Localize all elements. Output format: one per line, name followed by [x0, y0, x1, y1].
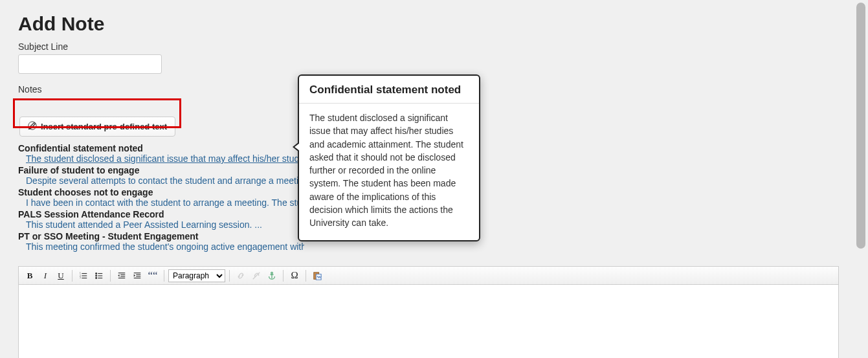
template-preview-link[interactable]: This meeting confirmed the student's ong… — [26, 241, 304, 252]
toolbar-separator — [229, 270, 230, 282]
svg-marker-17 — [118, 274, 119, 276]
tooltip-body: The student disclosed a significant issu… — [299, 104, 479, 240]
toolbar-separator — [306, 270, 306, 282]
scrollbar-thumb[interactable] — [856, 3, 865, 249]
toolbar-separator — [72, 270, 72, 282]
special-char-button[interactable]: Ω — [287, 269, 302, 283]
italic-button[interactable]: I — [38, 269, 52, 283]
toolbar-separator — [110, 270, 111, 282]
format-select[interactable]: Paragraph — [168, 269, 225, 282]
template-tooltip: Confidential statement noted The student… — [298, 74, 480, 241]
svg-marker-22 — [134, 274, 135, 276]
paste-from-word-button[interactable]: W — [310, 269, 324, 283]
rich-text-editor: B I U 123 — [18, 266, 839, 358]
underline-button[interactable]: U — [54, 269, 68, 283]
anchor-button[interactable] — [265, 269, 279, 283]
svg-point-7 — [96, 273, 97, 274]
notes-editor-body[interactable] — [19, 285, 838, 356]
tooltip-arrow — [293, 142, 299, 152]
svg-point-0 — [28, 122, 36, 129]
template-preview-link[interactable]: Despite several attempts to contact the … — [26, 175, 304, 186]
svg-text:W: W — [317, 274, 322, 280]
page-title: Add Note — [18, 13, 839, 35]
template-preview-link[interactable]: This student attended a Peer Assisted Le… — [26, 219, 304, 230]
bullet-list-button[interactable] — [92, 269, 106, 283]
subject-line-label: Subject Line — [18, 41, 839, 52]
outdent-button[interactable] — [115, 269, 129, 283]
toolbar-separator — [164, 270, 164, 282]
svg-text:3: 3 — [80, 276, 81, 279]
editor-toolbar: B I U 123 — [19, 267, 838, 285]
blockquote-button[interactable]: ““ — [146, 269, 160, 283]
template-preview-link[interactable]: The student disclosed a significant issu… — [26, 153, 304, 164]
insert-button-label: Insert standard pre-defined text — [41, 122, 167, 131]
edit-icon — [28, 121, 37, 132]
toolbar-separator — [283, 270, 284, 282]
unlink-button[interactable] — [249, 269, 263, 283]
template-preview-link[interactable]: I have been in contact with the student … — [26, 197, 304, 208]
svg-point-9 — [96, 277, 97, 278]
tooltip-title: Confidential statement noted — [299, 76, 479, 104]
bold-button[interactable]: B — [23, 269, 37, 283]
subject-line-input[interactable] — [18, 54, 162, 74]
svg-point-24 — [271, 272, 273, 274]
link-button[interactable] — [234, 269, 248, 283]
indent-button[interactable] — [130, 269, 144, 283]
svg-point-8 — [96, 275, 97, 276]
numbered-list-button[interactable]: 123 — [76, 269, 91, 283]
insert-predefined-text-button[interactable]: Insert standard pre-defined text — [19, 117, 175, 137]
